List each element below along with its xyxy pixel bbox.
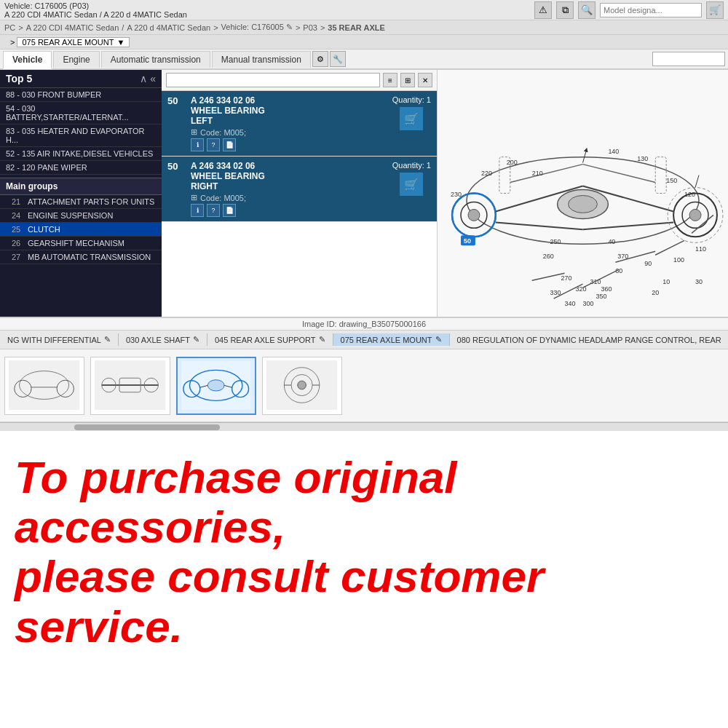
thumbnail-strip <box>0 349 728 422</box>
bottom-nav: NG WITH DIFFERENTIAL ✎ 030 AXLE SHAFT ✎ … <box>0 331 728 349</box>
svg-text:150: 150 <box>666 177 677 184</box>
top5-controls: ∧ « <box>140 73 156 84</box>
top5-item-2[interactable]: 54 - 030 BATTERY,STARTER/ALTERNAT... <box>0 102 162 124</box>
thumbnail-4[interactable] <box>262 357 342 415</box>
group-item-26[interactable]: 26 GEARSHIFT MECHANISM <box>0 237 162 250</box>
promo-section: To purchase original accessories, please… <box>0 431 728 666</box>
bottom-nav-axle-shaft[interactable]: 030 AXLE SHAFT ✎ <box>119 333 207 346</box>
svg-point-8 <box>689 209 701 221</box>
close-btn[interactable]: ✕ <box>418 73 432 87</box>
promo-line1: To purchase original accessories, <box>15 453 713 552</box>
svg-text:140: 140 <box>608 148 619 155</box>
part-row-2[interactable]: 50 A 246 334 02 06 WHEEL BEARING RIGHT ⊞… <box>162 157 437 222</box>
part-search-input[interactable] <box>166 73 380 87</box>
add-to-cart-btn-1[interactable]: 🛒 <box>400 107 423 130</box>
group-item-27[interactable]: 27 MB AUTOMATIC TRANSMISSION <box>0 250 162 264</box>
svg-text:270: 270 <box>561 274 572 282</box>
image-id-text: Image ID: drawing_B35075000166 <box>302 320 426 328</box>
question-icon-2[interactable]: ? <box>207 204 220 217</box>
svg-text:40: 40 <box>608 238 615 245</box>
svg-text:210: 210 <box>532 170 543 177</box>
bc-axle[interactable]: 35 REAR AXLE <box>328 23 384 32</box>
bc-pc[interactable]: PC <box>4 23 15 32</box>
part-actions-2: Quantity: 1 🛒 <box>392 161 431 217</box>
part-id-1: A 246 334 02 06 <box>191 95 387 106</box>
tab-manual-transmission[interactable]: Manual transmission <box>212 51 311 68</box>
top5-item-3[interactable]: 83 - 035 HEATER AND EVAPORATOR H... <box>0 124 162 147</box>
edit-icon: ✎ <box>104 335 111 344</box>
group-item-25[interactable]: 25 CLUTCH <box>0 223 162 237</box>
diagram-panel: 230 220 200 210 260 250 140 130 150 120 … <box>437 70 728 317</box>
grid-icon-2: ⊞ <box>191 193 197 202</box>
part-num-2: 50 <box>167 161 185 217</box>
part-num-1: 50 <box>167 95 185 151</box>
bottom-nav-differential[interactable]: NG WITH DIFFERENTIAL ✎ <box>0 333 119 346</box>
group-item-24[interactable]: 24 ENGINE SUSPENSION <box>0 209 162 223</box>
svg-point-4 <box>468 209 480 221</box>
top5-item-5[interactable]: 82 - 120 PANE WIPER <box>0 161 162 175</box>
svg-text:30: 30 <box>695 278 703 285</box>
part-id-2: A 246 334 02 06 <box>191 161 387 171</box>
top5-item-1[interactable]: 88 - 030 FRONT BUMPER <box>0 88 162 102</box>
parts-list: 50 A 246 334 02 06 WHEEL BEARING LEFT ⊞ … <box>162 91 437 317</box>
expand-icon[interactable]: « <box>150 73 156 84</box>
svg-text:50: 50 <box>464 237 471 245</box>
settings-icon[interactable]: ⚙ <box>312 51 328 67</box>
top5-item-4[interactable]: 52 - 135 AIR INTAKE,DIESEL VEHICLES <box>0 147 162 161</box>
info-icon-2[interactable]: ℹ <box>191 204 204 217</box>
scroll-thumb[interactable] <box>74 424 220 430</box>
svg-text:10: 10 <box>662 278 670 285</box>
svg-text:230: 230 <box>451 191 462 198</box>
dropdown-icon: ▼ <box>116 38 124 47</box>
bottom-nav-headlamp[interactable]: 080 REGULATION OF DYNAMIC HEADLAMP RANGE… <box>450 334 728 346</box>
bc-vehicle[interactable]: Vehicle: C176005 ✎ <box>221 23 293 32</box>
center-panel: ≡ ⊞ ✕ 50 A 246 334 02 06 WHEEL BEARING L… <box>162 70 437 317</box>
collapse-icon[interactable]: ∧ <box>140 73 147 84</box>
doc-icon-2[interactable]: 📄 <box>223 204 236 217</box>
thumbnail-1[interactable] <box>4 357 84 415</box>
warning-icon[interactable]: ⚠ <box>534 1 552 19</box>
copy-icon[interactable]: ⧉ <box>556 1 574 19</box>
thumb-svg-2 <box>95 360 165 410</box>
svg-text:260: 260 <box>543 253 554 260</box>
search-icon[interactable]: 🔍 <box>578 1 596 19</box>
tab-auto-transmission[interactable]: Automatic transmission <box>101 51 210 68</box>
grid-view-btn[interactable]: ⊞ <box>400 73 415 87</box>
thumbnail-3[interactable] <box>176 357 256 415</box>
part-name-1b: LEFT <box>191 116 387 126</box>
part-name-2b: RIGHT <box>191 181 387 191</box>
center-toolbar: ≡ ⊞ ✕ <box>162 70 437 91</box>
tab-vehicle[interactable]: Vehicle <box>3 51 52 69</box>
bc-p03[interactable]: P03 <box>303 23 317 32</box>
doc-icon-1[interactable]: 📄 <box>223 138 236 151</box>
svg-text:200: 200 <box>507 159 518 166</box>
scrollbar[interactable] <box>0 422 728 431</box>
info-icon-1[interactable]: ℹ <box>191 138 204 151</box>
tab-search-input[interactable] <box>652 52 725 66</box>
wrench-icon[interactable]: 🔧 <box>330 51 346 67</box>
cart-icon[interactable]: 🛒 <box>706 1 724 19</box>
part-qty-1: Quantity: 1 <box>392 95 431 104</box>
part-row-1[interactable]: 50 A 246 334 02 06 WHEEL BEARING LEFT ⊞ … <box>162 91 437 157</box>
part-small-icons-1: ℹ ? 📄 <box>191 138 387 151</box>
edit-icon-4: ✎ <box>435 335 442 344</box>
part-name-1: WHEEL BEARING <box>191 106 387 116</box>
tab-engine[interactable]: Engine <box>53 51 99 68</box>
model-search-input[interactable] <box>600 3 702 17</box>
section-label[interactable]: 075 REAR AXLE MOUNT ▼ <box>17 37 130 47</box>
axle-diagram-svg: 230 220 200 210 260 250 140 130 150 120 … <box>438 70 728 317</box>
thumbnail-2[interactable] <box>90 357 170 415</box>
question-icon-1[interactable]: ? <box>207 138 220 151</box>
bc-sedan2[interactable]: A 220 d 4MATIC Sedan <box>127 23 210 32</box>
main-groups-header: Main groups <box>0 178 162 195</box>
bc-sedan1[interactable]: A 220 CDI 4MATIC Sedan <box>26 23 119 32</box>
bottom-nav-axle-support[interactable]: 045 REAR AXLE SUPPORT ✎ <box>207 333 333 346</box>
part-name-2: WHEEL BEARING <box>191 171 387 181</box>
add-to-cart-btn-2[interactable]: 🛒 <box>400 173 423 196</box>
group-item-21[interactable]: 21 ATTACHMENT PARTS FOR UNITS <box>0 195 162 209</box>
list-view-btn[interactable]: ≡ <box>383 73 397 87</box>
part-qty-2: Quantity: 1 <box>392 161 431 170</box>
bottom-nav-axle-mount[interactable]: 075 REAR AXLE MOUNT ✎ <box>333 333 450 346</box>
part-info-1: A 246 334 02 06 WHEEL BEARING LEFT ⊞ Cod… <box>191 95 387 151</box>
svg-point-73 <box>208 380 225 391</box>
